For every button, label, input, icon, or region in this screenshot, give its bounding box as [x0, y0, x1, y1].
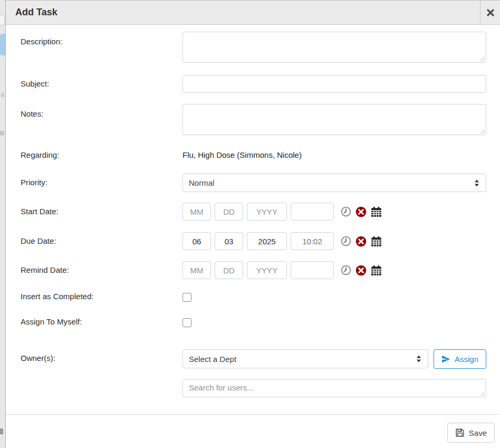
insert-completed-row: Insert as Completed:	[21, 292, 486, 302]
remind-date-day-input[interactable]	[215, 261, 243, 279]
dialog-title: Add Task	[6, 1, 480, 24]
backdrop-fragment	[0, 15, 5, 25]
remind-date-year-input[interactable]	[247, 261, 287, 279]
chevron-updown-icon	[417, 356, 421, 363]
subject-label: Subject:	[21, 75, 182, 88]
due-date-month-input[interactable]	[182, 232, 211, 250]
description-label: Description:	[21, 32, 182, 46]
subject-row: Subject:	[21, 75, 486, 93]
notes-textarea[interactable]	[182, 104, 486, 135]
clock-icon[interactable]	[341, 236, 351, 246]
clear-date-icon[interactable]	[355, 206, 367, 217]
page-backdrop	[0, 0, 5, 448]
save-button-label: Save	[469, 428, 487, 437]
dept-selected-value: Select a Dept	[189, 355, 236, 364]
remind-date-time-input[interactable]	[291, 261, 334, 279]
dialog-footer: Save	[6, 414, 500, 448]
calendar-icon[interactable]	[371, 206, 382, 217]
due-date-label: Due Date:	[21, 232, 182, 245]
save-button[interactable]: Save	[447, 423, 495, 443]
clear-date-icon[interactable]	[355, 236, 367, 247]
due-date-day-input[interactable]	[215, 232, 243, 250]
close-icon	[486, 8, 495, 17]
start-date-time-input[interactable]	[291, 203, 334, 221]
subject-input	[182, 75, 486, 93]
remind-date-month-input[interactable]	[182, 261, 211, 279]
dept-select[interactable]: Select a Dept	[182, 349, 428, 368]
dialog-header: Add Task	[6, 0, 500, 25]
regarding-row: Regarding: Flu, High Dose (Simmons, Nico…	[21, 150, 486, 159]
start-date-month-input[interactable]	[182, 203, 211, 221]
assign-myself-checkbox[interactable]	[182, 318, 191, 327]
calendar-icon[interactable]	[371, 265, 382, 276]
clock-icon[interactable]	[341, 206, 351, 217]
notes-row: Notes:	[21, 104, 486, 135]
start-date-row: Start Date:	[21, 203, 486, 221]
calendar-icon[interactable]	[371, 236, 382, 247]
search-users-input[interactable]	[182, 379, 486, 397]
add-task-dialog: Add Task Description: Subject: Notes:	[5, 0, 500, 448]
start-date-year-input[interactable]	[247, 203, 287, 221]
backdrop-fragment	[0, 428, 3, 434]
assign-button-label: Assign	[455, 355, 478, 364]
due-date-row: Due Date:	[21, 232, 486, 250]
regarding-value: Flu, High Dose (Simmons, Nicole)	[182, 150, 486, 159]
backdrop-fragment	[0, 34, 5, 55]
notes-label: Notes:	[21, 104, 182, 118]
priority-label: Priority:	[21, 174, 182, 187]
priority-select[interactable]: Normal	[182, 174, 486, 192]
insert-completed-checkbox[interactable]	[182, 293, 191, 302]
assign-myself-row: Assign To Myself:	[21, 317, 486, 327]
search-users-row	[21, 379, 486, 397]
clock-icon[interactable]	[341, 265, 351, 275]
backdrop-fragment	[1, 93, 4, 97]
assign-button[interactable]: Assign	[434, 349, 486, 369]
insert-completed-label: Insert as Completed:	[21, 292, 182, 301]
close-button[interactable]	[480, 1, 500, 24]
description-textarea[interactable]	[182, 32, 486, 63]
due-date-time-input[interactable]	[291, 232, 334, 250]
priority-selected-value: Normal	[189, 178, 214, 187]
chevron-updown-icon	[475, 179, 479, 186]
remind-date-label: Remind Date:	[21, 261, 182, 274]
due-date-year-input[interactable]	[247, 232, 287, 250]
start-date-day-input[interactable]	[215, 203, 243, 221]
priority-row: Priority: Normal	[21, 174, 486, 192]
owners-row: Owner(s): Select a Dept Assign	[21, 349, 486, 369]
remind-date-row: Remind Date:	[21, 261, 486, 279]
owners-label: Owner(s):	[21, 349, 182, 363]
start-date-label: Start Date:	[21, 203, 182, 216]
backdrop-fragment	[0, 131, 4, 136]
description-row: Description:	[21, 32, 486, 63]
assign-myself-label: Assign To Myself:	[21, 317, 182, 326]
floppy-disk-icon	[455, 428, 465, 437]
dialog-body: Description: Subject: Notes: Regarding: …	[6, 25, 500, 397]
regarding-label: Regarding:	[21, 150, 182, 159]
clear-date-icon[interactable]	[355, 265, 367, 276]
paper-plane-icon	[441, 355, 450, 364]
